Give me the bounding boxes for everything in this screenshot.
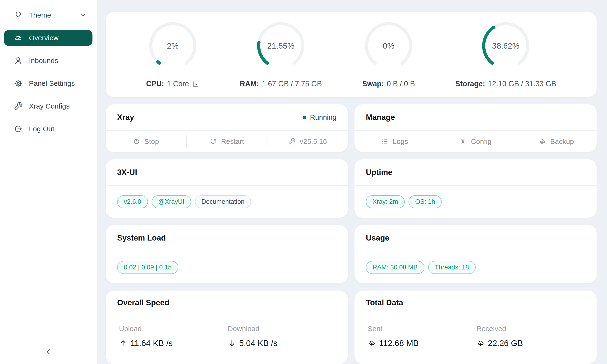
xui-card: 3X-UI v2.6.0 @XrayUI Documentation: [106, 159, 348, 218]
sidebar-collapse-button[interactable]: [0, 347, 97, 357]
backup-button[interactable]: Backup: [516, 131, 596, 152]
card-title: Overall Speed: [117, 298, 169, 307]
reload-icon: [210, 138, 217, 145]
overall-speed-card: Overall Speed Upload 11.64 KB /s: [106, 290, 348, 364]
gauge-value: 38.62%: [481, 21, 531, 71]
sidebar-item-overview[interactable]: Overview: [4, 30, 92, 46]
system-load-card: System Load 0.02 | 0.09 | 0.15: [106, 225, 348, 284]
badge-load-averages: 0.02 | 0.09 | 0.15: [117, 261, 178, 274]
dashboard-icon: [14, 33, 23, 42]
gauge-value: 21.55%: [256, 21, 306, 71]
sidebar-item-xray-configs[interactable]: Xray Configs: [4, 98, 92, 114]
system-gauges-card: 2% CPU: 1 Core 21.55%: [106, 12, 596, 97]
gauge-label: CPU: 1 Core: [146, 80, 199, 88]
status-dot: [303, 116, 306, 119]
sidebar-item-label: Theme: [29, 11, 51, 19]
card-title: 3X-UI: [117, 168, 137, 177]
logs-button[interactable]: Logs: [355, 131, 435, 152]
sidebar-item-label: Log Out: [29, 125, 54, 133]
sidebar-item-label: Inbounds: [29, 57, 58, 65]
card-title: Total Data: [366, 298, 403, 307]
card-title: Manage: [366, 113, 395, 122]
sidebar-item-panel-settings[interactable]: Panel Settings: [4, 75, 92, 91]
sidebar-item-label: Xray Configs: [29, 102, 70, 110]
power-icon: [133, 138, 140, 145]
gauge-value: 2%: [148, 21, 198, 71]
sidebar-item-label: Panel Settings: [29, 79, 75, 88]
gear-icon: [14, 79, 23, 88]
lightbulb-icon: [14, 11, 23, 20]
status-label: Running: [310, 113, 336, 121]
arrow-down-icon: [228, 339, 236, 347]
manage-card: Manage Logs: [355, 104, 596, 152]
gauge-value: 0%: [364, 21, 413, 71]
sent-stat: Sent 112.68 MB: [368, 325, 476, 348]
user-icon: [14, 56, 23, 65]
download-stat: Download 5.04 KB /s: [228, 325, 337, 348]
badge-os-uptime: OS: 1h: [409, 195, 442, 208]
wrench-icon: [288, 138, 295, 145]
xray-status: Running: [303, 113, 336, 121]
badge-xrayui-link[interactable]: @XrayUI: [152, 195, 191, 208]
chevron-left-icon: [44, 347, 53, 357]
main-content: 2% CPU: 1 Core 21.55%: [97, 0, 607, 364]
config-icon: [460, 138, 467, 145]
badge-xray-uptime: Xray: 2m: [366, 195, 405, 208]
card-title: Usage: [366, 234, 389, 242]
total-data-card: Total Data Sent 112.68 MB: [355, 290, 596, 364]
gauge-label: Storage: 12.10 GB / 31.33 GB: [455, 80, 556, 88]
wrench-icon: [14, 102, 23, 111]
gauge-label: RAM: 1.67 GB / 7.75 GB: [240, 80, 322, 88]
cloud-download-icon: [476, 339, 485, 347]
gauge-cpu: 2% CPU: 1 Core: [146, 21, 199, 88]
gauge-storage: 38.62% Storage: 12.10 GB / 31.33 GB: [455, 21, 556, 88]
stop-button[interactable]: Stop: [106, 131, 186, 152]
badge-threads: Threads: 18: [428, 261, 476, 274]
backup-icon: [539, 138, 546, 145]
badge-ram-usage: RAM: 30.08 MB: [366, 261, 424, 274]
list-icon: [381, 138, 388, 145]
arrow-up-icon: [119, 339, 127, 347]
gauge-swap: 0% Swap: 0 B / 0 B: [362, 21, 415, 88]
gauge-ram: 21.55% RAM: 1.67 GB / 7.75 GB: [240, 21, 322, 88]
sidebar: Theme Overview: [0, 0, 97, 364]
sidebar-nav: Theme Overview: [0, 7, 97, 137]
sidebar-item-log-out[interactable]: Log Out: [4, 121, 92, 137]
cloud-upload-icon: [368, 339, 376, 347]
xray-version-button[interactable]: v25.5.16: [267, 131, 348, 152]
usage-card: Usage RAM: 30.08 MB Threads: 18: [355, 225, 596, 284]
chevron-down-icon: [79, 12, 86, 19]
upload-stat: Upload 11.64 KB /s: [119, 325, 228, 348]
sidebar-item-label: Overview: [29, 34, 59, 42]
card-title: Uptime: [366, 168, 392, 177]
sidebar-item-inbounds[interactable]: Inbounds: [4, 52, 92, 69]
area-chart-icon[interactable]: [192, 80, 199, 88]
card-title: System Load: [117, 234, 166, 242]
badge-version[interactable]: v2.6.0: [117, 195, 148, 208]
config-button[interactable]: Config: [435, 131, 516, 152]
logout-icon: [14, 124, 23, 133]
gauge-label: Swap: 0 B / 0 B: [362, 80, 415, 88]
badge-documentation-link[interactable]: Documentation: [195, 195, 251, 208]
restart-button[interactable]: Restart: [187, 131, 267, 152]
uptime-card: Uptime Xray: 2m OS: 1h: [355, 159, 596, 218]
received-stat: Received 22.26 GB: [476, 325, 585, 348]
sidebar-item-theme[interactable]: Theme: [4, 7, 92, 23]
card-title: Xray: [117, 113, 134, 122]
xray-card: Xray Running Stop: [106, 104, 348, 152]
